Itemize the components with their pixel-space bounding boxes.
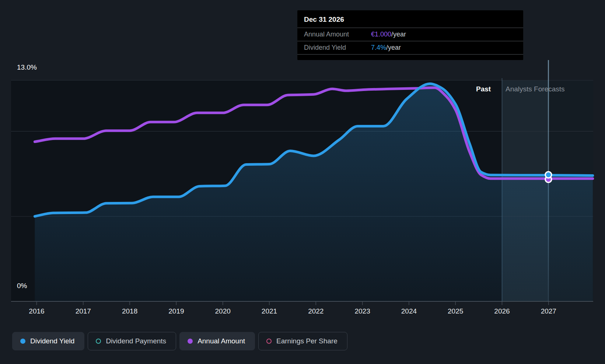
dividend-payments-swatch-icon [96,339,101,344]
x-tick-label: 2018 [122,307,137,315]
x-tick-label: 2023 [354,307,370,315]
y-axis-zero-label: 0% [17,282,27,290]
x-tick-label: 2020 [215,307,231,315]
x-tick-label: 2026 [494,307,510,315]
legend-item-dividend-yield[interactable]: Dividend Yield [12,332,84,350]
legend: Dividend Yield Dividend Payments Annual … [12,332,347,350]
earnings-per-share-swatch-icon [266,339,272,344]
legend-item-dividend-payments[interactable]: Dividend Payments [88,332,176,350]
tooltip-suffix: /year [391,31,406,38]
x-tick-label: 2027 [541,307,556,315]
legend-item-earnings-per-share[interactable]: Earnings Per Share [258,332,347,350]
x-axis: 2016201720182019202020212022202320242025… [29,301,556,315]
legend-label: Earnings Per Share [276,337,338,345]
tooltip-date: Dec 31 2026 [297,10,523,28]
dividend-yield-marker [545,172,552,178]
legend-label: Dividend Yield [30,337,74,345]
analysts-forecasts-label: Analysts Forecasts [506,85,565,93]
x-tick-label: 2022 [308,307,324,315]
tooltip-suffix: /year [386,44,401,51]
annual-amount-swatch-icon [188,339,193,344]
tooltip-annual-amount-value: €1.000 [371,31,391,38]
y-axis-top-label: 13.0% [17,63,37,71]
legend-label: Annual Amount [197,337,245,345]
past-label: Past [476,85,491,93]
legend-label: Dividend Payments [106,337,166,345]
dividend-chart-page: 2016201720182019202020212022202320242025… [0,0,605,364]
x-tick-label: 2025 [448,307,463,315]
x-tick-label: 2024 [401,307,417,315]
x-tick-label: 2021 [262,307,277,315]
dividend-yield-swatch-icon [20,339,25,344]
tooltip-label: Annual Amount [304,31,371,38]
tooltip: Dec 31 2026 Annual Amount €1.000/year Di… [297,10,523,60]
x-tick-label: 2019 [168,307,184,315]
tooltip-row-dividend-yield: Dividend Yield 7.4%/year [297,41,523,55]
tooltip-dividend-yield-value: 7.4% [371,44,386,51]
tooltip-label: Dividend Yield [304,44,371,52]
x-tick-label: 2016 [29,307,44,315]
tooltip-row-annual-amount: Annual Amount €1.000/year [297,28,523,41]
x-tick-label: 2017 [76,307,91,315]
legend-item-annual-amount[interactable]: Annual Amount [179,332,255,350]
